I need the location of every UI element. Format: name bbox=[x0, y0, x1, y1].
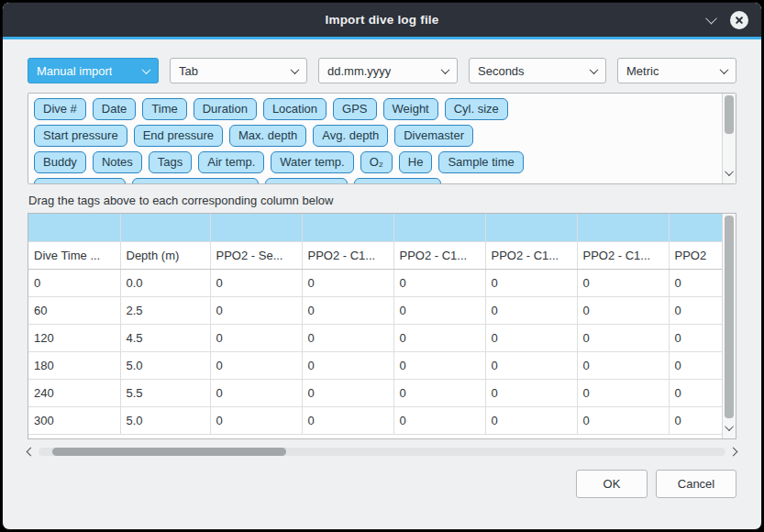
column-drop-target[interactable] bbox=[485, 214, 577, 241]
column-drop-target[interactable] bbox=[210, 214, 302, 241]
tag-divemaster[interactable]: Divemaster bbox=[394, 125, 473, 147]
tag-row: Start pressureEnd pressureMax. depthAvg.… bbox=[34, 125, 730, 147]
tag-weight[interactable]: Weight bbox=[383, 98, 438, 120]
column-header[interactable]: PPO2 - C1... bbox=[485, 241, 577, 269]
scrollbar-thumb[interactable] bbox=[725, 216, 734, 418]
table-vertical-scrollbar[interactable] bbox=[722, 214, 736, 438]
column-header[interactable]: Dive Time ... bbox=[28, 241, 120, 269]
table-cell: 5.5 bbox=[120, 379, 210, 406]
tag-notes[interactable]: Notes bbox=[93, 151, 142, 173]
column-drop-target[interactable] bbox=[120, 214, 210, 241]
column-header[interactable]: PPO2 - C1... bbox=[302, 241, 393, 269]
column-drop-target[interactable] bbox=[393, 214, 485, 241]
table-cell: 0 bbox=[485, 324, 577, 351]
table-cell: 0 bbox=[302, 406, 393, 434]
table-cell: 5.0 bbox=[120, 406, 210, 434]
table-cell: 2.5 bbox=[120, 296, 210, 324]
combo-duration-format[interactable]: Seconds bbox=[469, 58, 606, 83]
tag-dive-[interactable]: Dive # bbox=[34, 98, 86, 120]
tag-cyl-size[interactable]: Cyl. size bbox=[445, 98, 508, 120]
table-cell: 0 bbox=[485, 379, 577, 406]
table-row: 2405.5000000 bbox=[28, 379, 724, 406]
chevron-down-icon bbox=[590, 65, 599, 74]
table-cell: 0 bbox=[210, 324, 302, 351]
tag-sample-po-[interactable]: Sample pO₂ bbox=[265, 178, 348, 184]
table-cell: 120 bbox=[28, 324, 120, 351]
combo-date-format[interactable]: dd.mm.yyyy bbox=[318, 58, 458, 83]
chevron-down-icon bbox=[291, 65, 300, 74]
tag-air-temp-[interactable]: Air temp. bbox=[198, 151, 264, 173]
column-header[interactable]: PPO2 - C1... bbox=[393, 241, 485, 269]
column-drop-target[interactable] bbox=[28, 214, 120, 241]
import-dialog-window: Import dive log file Manual importTabdd.… bbox=[2, 2, 762, 530]
tag-row: Dive #DateTimeDurationLocationGPSWeightC… bbox=[34, 98, 730, 120]
chevron-down-icon bbox=[441, 65, 450, 74]
tag-water-temp-[interactable]: Water temp. bbox=[271, 151, 353, 173]
table-horizontal-scrollbar[interactable] bbox=[28, 445, 736, 458]
tag-avg-depth[interactable]: Avg. depth bbox=[313, 125, 388, 147]
tag-row: Sample depthSample temperatureSample pO₂… bbox=[34, 178, 730, 184]
cancel-button[interactable]: Cancel bbox=[656, 470, 736, 498]
tag-start-pressure[interactable]: Start pressure bbox=[34, 125, 127, 147]
scrollbar-track[interactable] bbox=[39, 448, 725, 456]
column-header[interactable]: PPO2 - Se... bbox=[210, 241, 302, 269]
column-drop-target[interactable] bbox=[577, 214, 669, 241]
column-header[interactable]: PPO2 bbox=[669, 241, 724, 269]
table-cell: 0 bbox=[669, 324, 724, 351]
scroll-right-button[interactable] bbox=[730, 449, 736, 455]
tag-sample-depth[interactable]: Sample depth bbox=[34, 178, 126, 184]
combo-selected-value: Manual import bbox=[37, 64, 112, 78]
tag-he[interactable]: He bbox=[399, 151, 433, 173]
table-cell: 0 bbox=[393, 324, 485, 351]
tag-duration[interactable]: Duration bbox=[194, 98, 257, 120]
tag-end-pressure[interactable]: End pressure bbox=[134, 125, 223, 147]
scrollbar-thumb[interactable] bbox=[725, 95, 734, 134]
table-cell: 0 bbox=[669, 351, 724, 379]
close-button[interactable] bbox=[730, 11, 748, 29]
column-drop-target[interactable] bbox=[669, 214, 724, 241]
titlebar[interactable]: Import dive log file bbox=[3, 3, 761, 37]
table-cell: 0 bbox=[485, 296, 577, 324]
tag-panel-vertical-scrollbar[interactable] bbox=[722, 94, 736, 183]
titlebar-buttons bbox=[707, 3, 748, 37]
dialog-content: Manual importTabdd.mm.yyyySecondsMetric … bbox=[3, 39, 761, 498]
table-cell: 300 bbox=[28, 406, 120, 434]
tag-tags[interactable]: Tags bbox=[149, 151, 192, 173]
tag-sample-temperature[interactable]: Sample temperature bbox=[132, 178, 259, 184]
chevron-right-icon bbox=[729, 447, 738, 456]
column-drop-target[interactable] bbox=[302, 214, 393, 241]
table-cell: 60 bbox=[28, 296, 120, 324]
tag-sample-cns[interactable]: Sample CNS bbox=[354, 178, 441, 184]
table-cell: 0.0 bbox=[120, 269, 210, 296]
scroll-left-button[interactable] bbox=[28, 449, 34, 455]
tag-time[interactable]: Time bbox=[142, 98, 186, 120]
tag-list: Dive #DateTimeDurationLocationGPSWeightC… bbox=[28, 94, 736, 184]
tag-gps[interactable]: GPS bbox=[333, 98, 376, 120]
combo-import-mode[interactable]: Manual import bbox=[28, 58, 159, 83]
scroll-down-button[interactable] bbox=[726, 163, 733, 180]
scroll-down-button[interactable] bbox=[726, 418, 733, 435]
tag-location[interactable]: Location bbox=[263, 98, 327, 120]
scrollbar-thumb[interactable] bbox=[52, 448, 286, 456]
combo-field-separator[interactable]: Tab bbox=[170, 58, 307, 83]
table-cell: 5.0 bbox=[120, 351, 210, 379]
table-cell: 0 bbox=[669, 296, 724, 324]
tag-sample-time[interactable]: Sample time bbox=[438, 151, 523, 173]
chevron-left-icon bbox=[27, 447, 36, 456]
table-cell: 0 bbox=[577, 379, 669, 406]
table-cell: 0 bbox=[669, 379, 724, 406]
tag-o-[interactable]: O₂ bbox=[360, 151, 393, 173]
combo-units[interactable]: Metric bbox=[617, 58, 736, 83]
tag-row: BuddyNotesTagsAir temp.Water temp.O₂HeSa… bbox=[34, 151, 730, 173]
table-cell: 0 bbox=[302, 269, 393, 296]
column-header[interactable]: PPO2 - C1... bbox=[577, 241, 669, 269]
ok-button[interactable]: OK bbox=[576, 470, 648, 498]
import-table: Dive Time ...Depth (m)PPO2 - Se...PPO2 -… bbox=[28, 214, 725, 435]
column-header[interactable]: Depth (m) bbox=[120, 241, 210, 269]
window-shade-button[interactable] bbox=[707, 16, 715, 24]
tag-max-depth[interactable]: Max. depth bbox=[229, 125, 306, 147]
tag-date[interactable]: Date bbox=[93, 98, 136, 120]
tag-buddy[interactable]: Buddy bbox=[34, 151, 86, 173]
table-cell: 0 bbox=[577, 406, 669, 434]
table-row: 1805.0000000 bbox=[28, 351, 724, 379]
